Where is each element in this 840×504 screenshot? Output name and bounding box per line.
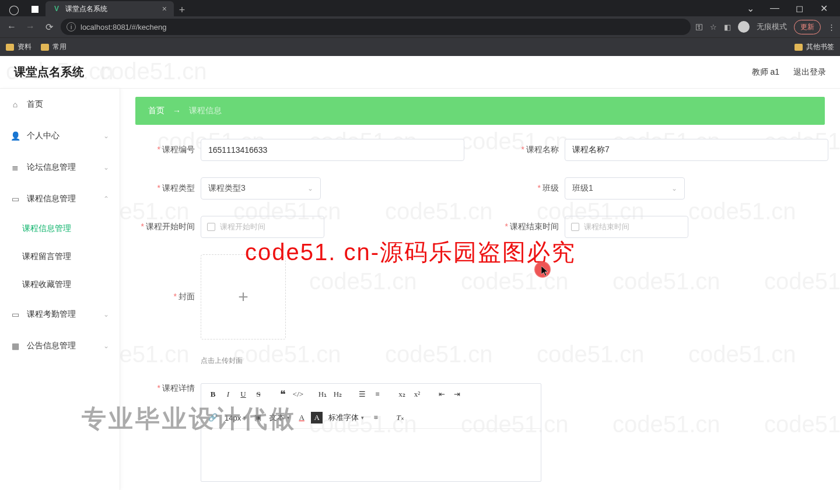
indent-right-icon[interactable]: ⇥ <box>451 388 463 400</box>
browser-nav-bar: ← → ⟳ i localhost:8081/#/kecheng ⚿ ☆ ◧ 无… <box>0 16 840 37</box>
app-title: 课堂点名系统 <box>14 64 84 80</box>
other-bookmarks[interactable]: 其他书签 <box>794 42 834 52</box>
font-family-select[interactable]: 标准字体▾ <box>326 412 366 423</box>
rich-text-editor: B I U S ❝ </> H₁ H₂ ☰ <box>201 383 541 482</box>
tab-title: 课堂点名系统 <box>65 4 107 14</box>
bookmark-folder-2[interactable]: 常用 <box>41 42 66 52</box>
start-time-input[interactable]: 课程开始时间 <box>201 216 324 238</box>
italic-icon[interactable]: I <box>222 388 234 400</box>
image-icon[interactable]: ▣ <box>252 412 264 424</box>
tab-inactive-2[interactable] <box>24 2 46 16</box>
upload-tip: 点击上传封面 <box>201 356 825 366</box>
bg-color-icon[interactable]: A <box>311 412 323 424</box>
unordered-list-icon[interactable]: ≡ <box>372 388 383 400</box>
placeholder-text: 课程开始时间 <box>220 222 265 232</box>
sidebar-item-label: 课程信息管理 <box>27 194 76 204</box>
new-tab-button[interactable]: + <box>174 4 190 16</box>
app-header: 课堂点名系统 教师 a1 退出登录 <box>0 56 840 89</box>
link-icon[interactable]: 🔗 <box>207 412 219 424</box>
font-color-icon[interactable]: A <box>296 412 307 424</box>
vue-favicon-icon: V <box>52 5 61 13</box>
incognito-icon <box>738 21 750 33</box>
breadcrumb-current: 课程信息 <box>189 106 222 116</box>
tab-close-icon[interactable]: × <box>162 4 167 13</box>
code-icon[interactable]: </> <box>292 388 304 400</box>
chevron-down-icon: ⌄ <box>103 132 109 140</box>
course-no-input[interactable]: 1651113416633 <box>201 139 464 161</box>
sidebar-subitem-course-fav[interactable]: 课程收藏管理 <box>0 271 120 299</box>
address-bar[interactable]: i localhost:8081/#/kecheng <box>61 19 691 35</box>
nav-forward-icon[interactable]: → <box>23 22 37 32</box>
nav-back-icon[interactable]: ← <box>5 22 19 32</box>
breadcrumb-home[interactable]: 首页 <box>148 106 164 116</box>
end-time-input[interactable]: 课程结束时间 <box>565 216 688 238</box>
end-time-label: *课程结束时间 <box>499 222 565 232</box>
arrow-icon: → <box>173 106 181 116</box>
password-key-icon[interactable]: ⚿ <box>695 23 703 32</box>
folder-icon <box>6 44 14 51</box>
teacher-label[interactable]: 教师 a1 <box>752 67 779 78</box>
editor-content[interactable] <box>201 429 541 481</box>
sidebar-item-label: 首页 <box>27 99 43 110</box>
underline-icon[interactable]: U <box>237 388 249 400</box>
sidebar-item-notice[interactable]: ▦ 公告信息管理 ⌄ <box>0 330 120 362</box>
sidebar-subitem-course-msg[interactable]: 课程留言管理 <box>0 243 120 271</box>
bookmark-star-icon[interactable]: ☆ <box>710 23 717 32</box>
sidebar-item-forum[interactable]: ≣ 论坛信息管理 ⌄ <box>0 152 120 183</box>
superscript-icon[interactable]: x² <box>411 388 423 400</box>
course-type-select[interactable]: 课程类型3 ⌄ <box>201 177 321 200</box>
url-text: localhost:8081/#/kecheng <box>80 23 166 32</box>
ordered-list-icon[interactable]: ☰ <box>356 388 368 400</box>
window-close-icon[interactable]: ✕ <box>816 3 832 14</box>
plus-icon: + <box>238 287 249 307</box>
class-select[interactable]: 班级1 ⌄ <box>565 177 685 200</box>
page-icon <box>32 6 38 13</box>
sidebar-item-home[interactable]: ⌂ 首页 <box>0 89 120 120</box>
course-no-label: *课程编号 <box>135 145 201 155</box>
sidebar-subitem-course-info[interactable]: 课程信息管理 <box>0 215 120 243</box>
list-icon: ≣ <box>10 163 20 172</box>
sidebar-item-personal[interactable]: 👤 个人中心 ⌄ <box>0 120 120 152</box>
update-button[interactable]: 更新 <box>794 20 821 34</box>
text-style-select[interactable]: 文本▾ <box>267 412 292 423</box>
h2-icon[interactable]: H₂ <box>332 388 344 400</box>
subscript-icon[interactable]: x₂ <box>396 388 408 400</box>
sidebar-item-attendance[interactable]: ▭ 课程考勤管理 ⌄ <box>0 299 120 330</box>
nav-reload-icon[interactable]: ⟳ <box>42 22 56 33</box>
indent-left-icon[interactable]: ⇤ <box>436 388 447 400</box>
bold-icon[interactable]: B <box>207 388 219 400</box>
grid-icon: ▦ <box>10 341 20 351</box>
bookmark-folder-1[interactable]: 资料 <box>6 42 32 52</box>
sidebar-item-label: 个人中心 <box>27 131 60 141</box>
select-value: 班级1 <box>572 183 593 194</box>
window-minimize-icon[interactable]: — <box>766 3 783 14</box>
incognito-label: 无痕模式 <box>757 22 787 32</box>
align-icon[interactable]: ≡ <box>370 412 382 424</box>
tab-inactive-1[interactable]: ◯ <box>4 2 24 16</box>
folder-icon <box>41 44 49 51</box>
cover-upload[interactable]: + <box>201 254 286 340</box>
sidebar-item-label: 论坛信息管理 <box>27 162 76 173</box>
chevron-down-icon: ⌄ <box>103 342 109 350</box>
chevron-up-icon: ⌃ <box>103 195 109 203</box>
sidebar-item-course[interactable]: ▭ 课程信息管理 ⌃ <box>0 183 120 215</box>
h1-icon[interactable]: H₁ <box>317 388 328 400</box>
site-info-icon[interactable]: i <box>66 22 76 32</box>
detail-label: *课程详情 <box>135 383 201 394</box>
editor-toolbar: B I U S ❝ </> H₁ H₂ ☰ <box>201 384 541 429</box>
main-content: 首页 → 课程信息 *课程编号 1651113416633 *课程名称 课程名称… <box>120 89 840 490</box>
strikethrough-icon[interactable]: S <box>253 388 264 400</box>
browser-menu-icon[interactable]: ⋮ <box>828 23 835 32</box>
window-maximize-icon[interactable]: ◻ <box>791 3 807 14</box>
user-icon: 👤 <box>10 131 20 141</box>
tab-active[interactable]: V 课堂点名系统 × <box>46 1 174 16</box>
extensions-icon[interactable]: ◧ <box>724 23 731 32</box>
course-name-input[interactable]: 课程名称7 <box>565 139 828 161</box>
font-size-select[interactable]: 14px▾ <box>222 414 249 422</box>
sidebar-item-label: 课程收藏管理 <box>22 279 71 290</box>
window-dropdown-icon[interactable]: ⌄ <box>742 3 758 14</box>
calendar-icon <box>207 223 215 231</box>
clear-format-icon[interactable]: Tₓ <box>394 412 406 424</box>
quote-icon[interactable]: ❝ <box>277 388 289 400</box>
logout-link[interactable]: 退出登录 <box>793 67 826 78</box>
